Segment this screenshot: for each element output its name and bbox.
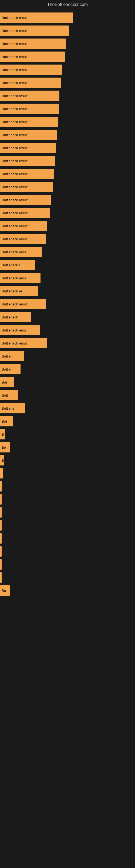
- bottleneck-bar: Bottleneck result: [0, 338, 47, 348]
- bottleneck-bar: Bo: [0, 442, 10, 453]
- bottleneck-bar: Bottleneck result: [0, 208, 50, 218]
- bar-row: Bottleneck result: [0, 103, 135, 115]
- bar-label: Bottl: [2, 393, 9, 397]
- bar-row: Bottlen: [0, 350, 135, 362]
- bar-label: Bottleneck r: [2, 263, 20, 267]
- bar-row: Bottleneck result: [0, 51, 135, 62]
- bottleneck-bar: [0, 468, 3, 478]
- bar-row: Bottleneck result: [0, 90, 135, 101]
- bottleneck-bar: Bottleneck: [0, 312, 31, 322]
- bottleneck-bar: [0, 533, 2, 544]
- bar-label: Bo: [2, 589, 6, 593]
- bar-label: Bottleneck result: [2, 107, 28, 111]
- bar-row: Bot: [0, 415, 135, 427]
- bar-label: Bottleneck resu: [2, 250, 26, 254]
- bar-row: Bottleneck resu: [0, 272, 135, 284]
- bar-row: Bot: [0, 376, 135, 388]
- bar-label: Bottleneck result: [2, 133, 28, 137]
- bar-row: Bottleneck result: [0, 12, 135, 23]
- bottleneck-bar: Bottleneck result: [0, 169, 54, 179]
- bar-row: Bottleneck result: [0, 116, 135, 127]
- bottleneck-bar: [0, 546, 2, 557]
- bar-label: Bottleneck resu: [2, 276, 26, 280]
- bar-row: Bottleneck result: [0, 168, 135, 180]
- bar-label: Bottleneck: [2, 315, 18, 319]
- bottleneck-bar: Bottleneck result: [0, 78, 61, 88]
- bottleneck-bar: Bottleneck result: [0, 182, 53, 192]
- bottleneck-bar: Bottleneck result: [0, 104, 59, 114]
- bar-label: Bottle: [2, 367, 10, 371]
- bar-row: [0, 546, 135, 557]
- bar-label: Bottleneck result: [2, 185, 28, 189]
- bar-row: [0, 507, 135, 518]
- bar-row: Bottleneck r: [0, 259, 135, 271]
- bar-label: Bottleneck result: [2, 29, 28, 33]
- bar-label: B: [2, 458, 4, 463]
- bottleneck-bar: Bottleneck result: [0, 12, 73, 23]
- bar-row: Bottleneck result: [0, 194, 135, 206]
- bottleneck-bar: Bottleneck r: [0, 260, 35, 270]
- bottleneck-bar: [0, 481, 2, 492]
- bar-label: Bottleneck result: [2, 94, 28, 98]
- bar-row: Bottleneck result: [0, 181, 135, 193]
- bars-container: Bottleneck resultBottleneck resultBottle…: [0, 9, 135, 600]
- bar-row: Bottleneck result: [0, 233, 135, 245]
- bottleneck-bar: Bottleneck result: [0, 299, 46, 309]
- bar-label: Bo: [2, 445, 6, 450]
- bar-row: [0, 520, 135, 531]
- bar-label: Bottleneck result: [2, 159, 28, 163]
- bottleneck-bar: Bottle: [0, 364, 20, 374]
- bottleneck-bar: Bottleneck resu: [0, 325, 40, 335]
- bottleneck-bar: [0, 559, 2, 569]
- bar-row: Bottleneck result: [0, 337, 135, 349]
- bar-row: Bottleneck result: [0, 155, 135, 166]
- bar-label: Bottleneck result: [2, 120, 28, 124]
- bottleneck-bar: Bottleneck result: [0, 195, 51, 205]
- bar-label: Bottleneck result: [2, 341, 28, 345]
- bar-label: Bottleneck result: [2, 211, 28, 215]
- bottleneck-bar: Bottleneck result: [0, 52, 65, 62]
- bar-row: Bottleneck: [0, 311, 135, 323]
- bottleneck-bar: Bottleneck result: [0, 143, 56, 153]
- bottleneck-bar: [0, 494, 2, 504]
- bar-row: Bottlene: [0, 403, 135, 414]
- bar-row: [0, 533, 135, 544]
- bar-row: Bottleneck result: [0, 129, 135, 141]
- bar-label: Bottlen: [2, 354, 12, 358]
- bar-label: Bot: [2, 420, 7, 424]
- bar-row: [0, 480, 135, 492]
- bar-row: [0, 572, 135, 583]
- bar-label: Bottleneck result: [2, 237, 28, 241]
- bottleneck-bar: [0, 572, 2, 583]
- bottleneck-bar: [0, 507, 2, 518]
- bar-row: Bottleneck result: [0, 207, 135, 219]
- bar-label: Bottleneck result: [2, 302, 28, 306]
- bar-label: Bottleneck result: [2, 198, 28, 202]
- bar-row: Bottl: [0, 390, 135, 401]
- bottleneck-bar: Bot: [0, 416, 13, 426]
- bar-label: Bottleneck resu: [2, 328, 26, 332]
- bar-label: Bottleneck result: [2, 172, 28, 176]
- bar-row: Bottleneck re: [0, 285, 135, 297]
- bottleneck-bar: Bottleneck result: [0, 234, 46, 244]
- bottleneck-bar: Bottleneck result: [0, 221, 47, 231]
- bar-row: Bottleneck result: [0, 38, 135, 50]
- bar-row: Bottleneck resu: [0, 324, 135, 336]
- bottleneck-bar: Bottleneck result: [0, 26, 69, 36]
- bottleneck-bar: [0, 520, 2, 531]
- bar-label: Bottleneck result: [2, 55, 28, 59]
- bottleneck-bar: Bo: [0, 585, 10, 596]
- bottleneck-bar: B: [0, 429, 5, 439]
- bar-row: B: [0, 455, 135, 466]
- bottleneck-bar: Bottl: [0, 390, 18, 400]
- bar-label: Bot: [2, 380, 7, 384]
- bar-row: Bottleneck result: [0, 299, 135, 310]
- bottleneck-bar: Bottleneck result: [0, 91, 59, 101]
- bar-row: Bottleneck resu: [0, 246, 135, 258]
- bar-row: Bottleneck result: [0, 64, 135, 75]
- bar-row: B: [0, 429, 135, 440]
- bar-label: Bottleneck result: [2, 68, 28, 72]
- bottleneck-bar: Bottlen: [0, 351, 24, 361]
- bar-row: Bottleneck result: [0, 77, 135, 88]
- bottleneck-bar: Bottleneck result: [0, 156, 55, 166]
